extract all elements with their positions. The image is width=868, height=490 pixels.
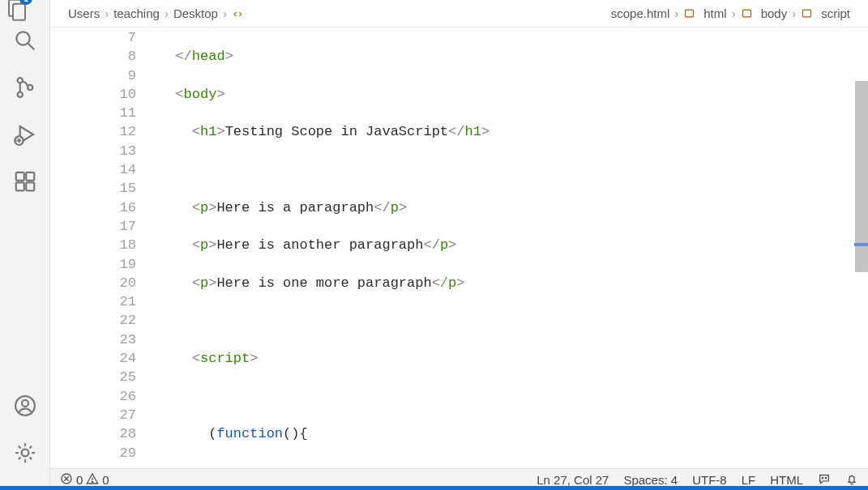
line-number: 22 xyxy=(50,311,136,330)
activity-bar: 1 xyxy=(0,0,50,490)
svg-rect-18 xyxy=(742,10,750,17)
line-number: 15 xyxy=(50,179,136,198)
svg-rect-11 xyxy=(15,182,24,190)
status-language[interactable]: HTML xyxy=(770,473,803,487)
svg-point-26 xyxy=(825,478,826,479)
status-encoding[interactable]: UTF-8 xyxy=(692,473,727,487)
code-line[interactable] xyxy=(159,160,868,179)
crumb[interactable]: Desktop xyxy=(173,6,218,20)
crumb[interactable]: script xyxy=(821,6,850,20)
minimap-highlight xyxy=(854,243,868,246)
svg-point-25 xyxy=(822,478,823,479)
error-icon xyxy=(60,472,73,488)
line-number: 26 xyxy=(50,387,136,406)
line-number: 20 xyxy=(50,274,136,292)
editor-column: Users › teaching › Desktop › scope.html … xyxy=(50,0,868,490)
line-number: 17 xyxy=(50,217,136,236)
chevron-right-icon: › xyxy=(223,6,227,20)
svg-point-2 xyxy=(16,32,29,45)
line-number: 19 xyxy=(50,255,136,274)
run-debug-icon[interactable] xyxy=(11,120,40,149)
chevron-right-icon: › xyxy=(165,6,169,20)
breadcrumb[interactable]: Users › teaching › Desktop › scope.html … xyxy=(50,0,868,28)
chevron-right-icon: › xyxy=(732,6,736,20)
code-line[interactable]: <h1>Testing Scope in JavaScript</h1> xyxy=(159,122,868,141)
chevron-right-icon: › xyxy=(674,6,678,20)
svg-rect-13 xyxy=(26,173,34,181)
status-eol[interactable]: LF xyxy=(742,473,756,487)
crumb[interactable]: teaching xyxy=(113,6,160,20)
code-line[interactable]: </head> xyxy=(159,47,868,66)
line-number: 29 xyxy=(50,444,136,462)
svg-rect-17 xyxy=(686,10,694,17)
svg-rect-10 xyxy=(15,173,24,181)
crumb[interactable]: body xyxy=(761,6,788,20)
code-line[interactable] xyxy=(159,311,868,330)
svg-point-4 xyxy=(17,78,22,83)
line-number: 12 xyxy=(50,122,136,141)
symbol-tag-icon xyxy=(801,7,813,19)
line-number: 23 xyxy=(50,330,136,349)
line-number: 21 xyxy=(50,292,136,311)
chevron-right-icon: › xyxy=(792,6,796,20)
svg-rect-1 xyxy=(13,4,25,20)
search-icon[interactable] xyxy=(11,26,40,55)
account-icon[interactable] xyxy=(11,391,40,420)
warning-icon xyxy=(86,472,99,488)
code-area[interactable]: </head> <body> <h1>Testing Scope in Java… xyxy=(159,28,868,468)
code-line[interactable] xyxy=(159,387,868,406)
explorer-icon[interactable]: 1 xyxy=(5,0,29,24)
source-control-icon[interactable] xyxy=(11,73,40,102)
warning-count: 0 xyxy=(102,473,109,487)
code-line[interactable]: <body> xyxy=(159,85,868,104)
status-lncol[interactable]: Ln 27, Col 27 xyxy=(537,473,609,487)
window-accent-bar xyxy=(0,486,868,490)
extensions-icon[interactable] xyxy=(11,167,40,196)
code-line[interactable]: (function(){ xyxy=(159,424,868,443)
svg-rect-19 xyxy=(803,10,811,17)
line-number: 27 xyxy=(50,406,136,424)
line-number: 9 xyxy=(50,66,136,85)
crumb[interactable]: html xyxy=(703,6,726,20)
code-line[interactable]: <script> xyxy=(159,349,868,368)
svg-rect-12 xyxy=(26,182,34,190)
gutter: 7 8 9 10 11 12 13 14 15 16 17 18 19 20 2… xyxy=(50,28,159,468)
symbol-tag-icon xyxy=(683,7,695,19)
crumb[interactable]: Users xyxy=(68,6,100,20)
svg-point-9 xyxy=(18,139,20,142)
editor[interactable]: 7 8 9 10 11 12 13 14 15 16 17 18 19 20 2… xyxy=(50,28,868,468)
line-number: 10 xyxy=(50,85,136,104)
line-number: 14 xyxy=(50,160,136,179)
minimap[interactable] xyxy=(854,28,868,468)
code-line[interactable]: <p>Here is a paragraph</p> xyxy=(159,198,868,217)
feedback-icon[interactable] xyxy=(818,473,831,486)
bell-icon[interactable] xyxy=(845,473,858,486)
line-number: 11 xyxy=(50,104,136,122)
line-number: 16 xyxy=(50,198,136,217)
svg-line-3 xyxy=(28,44,34,50)
line-number: 18 xyxy=(50,236,136,254)
line-number: 7 xyxy=(50,28,136,47)
status-errors[interactable]: 0 0 xyxy=(60,472,109,488)
crumb[interactable]: scope.html xyxy=(611,6,670,20)
status-indent[interactable]: Spaces: 4 xyxy=(623,473,678,487)
code-line[interactable] xyxy=(159,462,868,468)
error-count: 0 xyxy=(76,473,83,487)
gear-icon[interactable] xyxy=(11,438,40,467)
svg-point-5 xyxy=(17,92,22,97)
line-number: 24 xyxy=(50,349,136,368)
app-shell: 1 Users › xyxy=(0,0,868,490)
line-number: 28 xyxy=(50,424,136,443)
svg-point-15 xyxy=(22,400,28,407)
code-line[interactable]: <p>Here is one more paragraph</p> xyxy=(159,274,868,292)
file-code-icon xyxy=(232,7,603,20)
line-number: 13 xyxy=(50,142,136,160)
symbol-tag-icon xyxy=(741,7,753,19)
svg-point-16 xyxy=(21,450,28,457)
svg-point-24 xyxy=(92,481,93,482)
code-line[interactable]: <p>Here is another paragraph</p> xyxy=(159,236,868,254)
chevron-right-icon: › xyxy=(105,6,109,20)
line-number: 8 xyxy=(50,47,136,66)
line-number: 25 xyxy=(50,368,136,386)
